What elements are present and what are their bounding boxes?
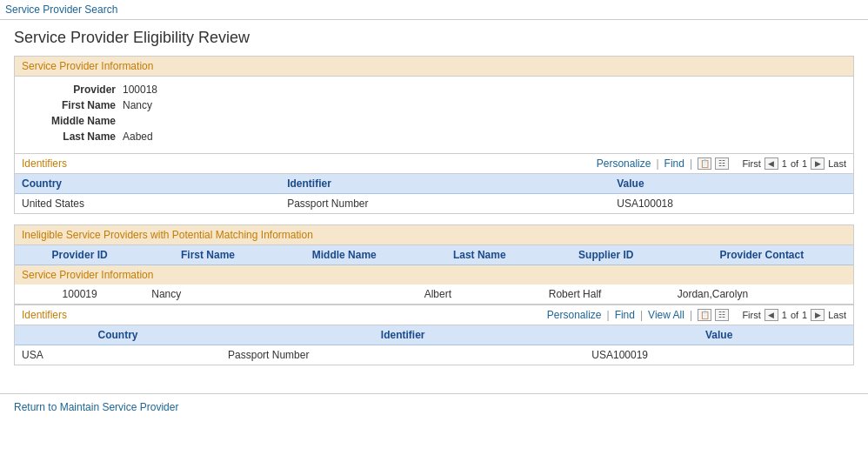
ineligible-section: Ineligible Service Providers with Potent…	[14, 224, 854, 365]
nested-identifiers: Identifiers Personalize | Find | View Al…	[15, 305, 853, 365]
ineligible-contact: Jordan,Carolyn	[671, 285, 853, 305]
id-value: USA100018	[610, 194, 853, 214]
nested-personalize-link[interactable]: Personalize	[547, 309, 602, 321]
ineligible-header: Ineligible Service Providers with Potent…	[15, 225, 853, 245]
last-name-row: Last Name Aabed	[29, 131, 839, 143]
export-icon[interactable]: 📋	[698, 157, 711, 170]
identifiers-header: Identifiers Personalize | Find | 📋 ☷ Fir…	[15, 154, 853, 174]
ineligible-first-name: Nancy	[144, 285, 271, 305]
identifiers-table: Country Identifier Value United States P…	[15, 174, 853, 213]
breadcrumb-bar: Service Provider Search	[0, 0, 868, 20]
separator1: |	[656, 157, 658, 170]
col-middle-name: Middle Name	[271, 245, 417, 265]
separator2: |	[690, 157, 692, 170]
nested-identifiers-table: Country Identifier Value USA Passport Nu…	[15, 325, 853, 365]
last-name-label: Last Name	[29, 131, 116, 143]
find-link[interactable]: Find	[664, 157, 684, 170]
identifiers-section: Identifiers Personalize | Find | 📋 ☷ Fir…	[15, 153, 853, 213]
nested-page-last: Last	[828, 310, 846, 320]
nested-page-of: of	[791, 310, 798, 320]
nested-id-row: USA Passport Number USA100019	[15, 345, 853, 365]
ineligible-provider-id: 100019	[15, 285, 144, 305]
personalize-link[interactable]: Personalize	[597, 157, 651, 170]
main-content: Service Provider Eligibility Review Serv…	[0, 20, 868, 390]
provider-info-section: Service Provider Information Provider 10…	[14, 56, 854, 214]
sub-provider-header: Service Provider Information	[15, 265, 853, 285]
provider-value: 100018	[123, 84, 157, 96]
nested-grid-icon[interactable]: ☷	[715, 309, 729, 321]
provider-info-header: Service Provider Information	[15, 57, 853, 77]
nested-col-identifier: Identifier	[221, 325, 584, 345]
col-country: Country	[15, 174, 280, 194]
page-title: Service Provider Eligibility Review	[14, 29, 854, 47]
nested-col-value: Value	[584, 325, 853, 345]
separator3	[734, 157, 737, 170]
nested-identifiers-row: Identifiers Personalize | Find | View Al…	[15, 305, 853, 365]
nested-view-all-link[interactable]: View All	[648, 309, 684, 321]
breadcrumb-link[interactable]: Service Provider Search	[5, 3, 117, 16]
provider-row: Provider 100018	[29, 84, 839, 96]
middle-name-label: Middle Name	[29, 115, 116, 127]
ineligible-col-headers: Provider ID First Name Middle Name Last …	[15, 245, 853, 265]
col-supplier-id: Supplier ID	[542, 245, 671, 265]
last-name-value: Aabed	[123, 131, 153, 143]
page-last: Last	[828, 158, 846, 169]
identifiers-row: United States Passport Number USA100018	[15, 194, 853, 214]
nested-id-value: USA100019	[584, 345, 853, 365]
page-current: 1	[782, 158, 787, 169]
identifiers-title: Identifiers	[22, 157, 67, 170]
first-name-label: First Name	[29, 99, 116, 111]
nested-sep3: |	[690, 309, 692, 321]
nested-col-headers: Country Identifier Value	[15, 325, 853, 345]
nested-page-first: First	[742, 310, 760, 320]
col-value: Value	[610, 174, 853, 194]
bottom-bar: Return to Maintain Service Provider	[0, 393, 868, 420]
nested-sep2: |	[640, 309, 643, 321]
nested-id-header: Identifiers Personalize | Find | View Al…	[15, 305, 853, 325]
identifiers-controls: Personalize | Find | 📋 ☷ First ◀ 1 of 1 …	[597, 157, 846, 170]
first-name-value: Nancy	[123, 99, 152, 111]
id-country: United States	[15, 194, 280, 214]
nested-id-title: Identifiers	[22, 309, 67, 321]
page-of: of	[791, 158, 798, 169]
provider-fields: Provider 100018 First Name Nancy Middle …	[15, 77, 853, 153]
next-page-icon[interactable]: ▶	[811, 157, 825, 170]
nested-sep1: |	[607, 309, 610, 321]
identifiers-col-headers: Country Identifier Value	[15, 174, 853, 194]
nested-page-total: 1	[802, 310, 807, 320]
nested-next-icon[interactable]: ▶	[811, 309, 825, 321]
id-identifier: Passport Number	[280, 194, 610, 214]
nested-export-icon[interactable]: 📋	[698, 309, 711, 321]
page-info-first: First	[742, 158, 760, 169]
prev-page-icon[interactable]: ◀	[765, 157, 778, 170]
nested-page-current: 1	[782, 310, 787, 320]
col-provider-id: Provider ID	[15, 245, 144, 265]
page-total: 1	[802, 158, 807, 169]
ineligible-supplier-id: Robert Half	[542, 285, 671, 305]
col-provider-contact: Provider Contact	[671, 245, 853, 265]
middle-name-row: Middle Name	[29, 115, 839, 127]
sub-provider-header-row: Service Provider Information	[15, 265, 853, 285]
provider-label: Provider	[29, 84, 116, 96]
nested-sep4	[734, 309, 737, 321]
first-name-row: First Name Nancy	[29, 99, 839, 111]
return-link[interactable]: Return to Maintain Service Provider	[14, 401, 178, 413]
col-first-name: First Name	[144, 245, 271, 265]
col-identifier: Identifier	[280, 174, 610, 194]
ineligible-data-row: 100019 Nancy Albert Robert Half Jordan,C…	[15, 285, 853, 305]
nested-col-country: Country	[15, 325, 221, 345]
ineligible-middle-name	[271, 285, 417, 305]
col-last-name: Last Name	[417, 245, 542, 265]
grid-icon[interactable]: ☷	[715, 157, 729, 170]
nested-find-link[interactable]: Find	[615, 309, 635, 321]
nested-id-identifier: Passport Number	[221, 345, 584, 365]
ineligible-last-name: Albert	[417, 285, 542, 305]
nested-prev-icon[interactable]: ◀	[765, 309, 778, 321]
nested-id-controls: Personalize | Find | View All | 📋 ☷	[547, 309, 846, 321]
nested-id-country: USA	[15, 345, 221, 365]
ineligible-table: Provider ID First Name Middle Name Last …	[15, 245, 853, 365]
